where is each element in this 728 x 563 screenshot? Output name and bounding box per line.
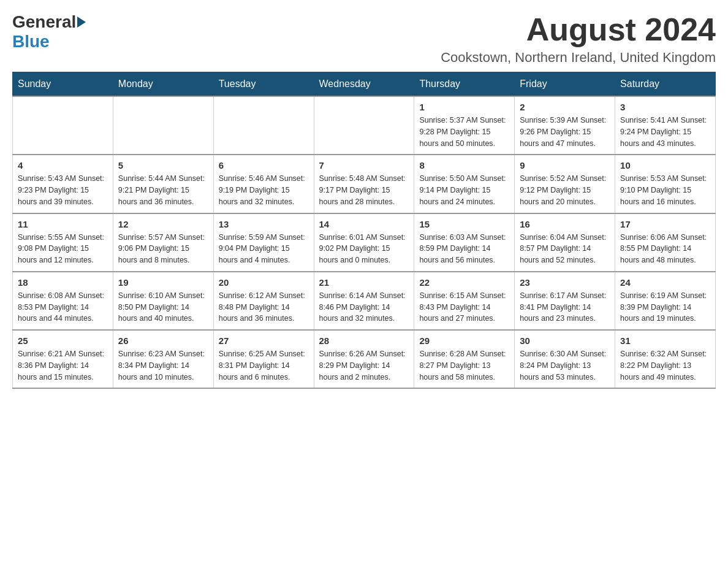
day-number: 31 [620,335,710,346]
calendar-cell: 27Sunrise: 6:25 AM Sunset: 8:31 PM Dayli… [213,330,314,388]
day-info: Sunrise: 5:52 AM Sunset: 9:12 PM Dayligh… [520,173,610,207]
calendar-cell: 24Sunrise: 6:19 AM Sunset: 8:39 PM Dayli… [615,272,716,330]
calendar-cell: 23Sunrise: 6:17 AM Sunset: 8:41 PM Dayli… [515,272,615,330]
calendar-cell [314,96,414,155]
calendar-header-saturday: Saturday [615,72,716,97]
day-number: 7 [319,160,409,170]
calendar-header-row: SundayMondayTuesdayWednesdayThursdayFrid… [13,72,716,97]
calendar-week-row: 25Sunrise: 6:21 AM Sunset: 8:36 PM Dayli… [13,330,716,388]
logo: General Blue [12,12,87,52]
day-number: 1 [419,102,509,112]
title-area: August 2024 Cookstown, Northern Ireland,… [441,12,716,66]
calendar-header-thursday: Thursday [414,72,515,97]
day-info: Sunrise: 6:23 AM Sunset: 8:34 PM Dayligh… [118,348,208,383]
day-number: 6 [219,160,309,170]
day-number: 27 [219,335,309,346]
day-info: Sunrise: 6:06 AM Sunset: 8:55 PM Dayligh… [620,232,710,266]
day-number: 14 [319,219,409,229]
logo-blue-label: Blue [12,32,50,52]
day-number: 4 [18,160,108,170]
day-info: Sunrise: 6:26 AM Sunset: 8:29 PM Dayligh… [319,348,409,383]
day-number: 13 [219,219,309,229]
calendar-cell: 20Sunrise: 6:12 AM Sunset: 8:48 PM Dayli… [213,272,314,330]
day-number: 5 [118,160,208,170]
calendar-cell: 21Sunrise: 6:14 AM Sunset: 8:46 PM Dayli… [314,272,414,330]
day-number: 23 [520,277,610,288]
calendar-week-row: 11Sunrise: 5:55 AM Sunset: 9:08 PM Dayli… [13,213,716,272]
day-number: 29 [419,335,509,346]
calendar-week-row: 18Sunrise: 6:08 AM Sunset: 8:53 PM Dayli… [13,272,716,330]
day-info: Sunrise: 5:46 AM Sunset: 9:19 PM Dayligh… [219,173,309,207]
day-info: Sunrise: 6:01 AM Sunset: 9:02 PM Dayligh… [319,232,409,266]
calendar-header-sunday: Sunday [13,72,113,97]
day-number: 20 [219,277,309,288]
day-info: Sunrise: 6:19 AM Sunset: 8:39 PM Dayligh… [620,290,710,324]
location-subtitle: Cookstown, Northern Ireland, United King… [441,50,716,66]
calendar-cell: 26Sunrise: 6:23 AM Sunset: 8:34 PM Dayli… [113,330,213,388]
day-info: Sunrise: 6:03 AM Sunset: 8:59 PM Dayligh… [419,232,509,266]
calendar-cell [113,96,213,155]
calendar-cell: 19Sunrise: 6:10 AM Sunset: 8:50 PM Dayli… [113,272,213,330]
calendar-header-tuesday: Tuesday [213,72,314,97]
day-number: 21 [319,277,409,288]
day-number: 10 [620,160,710,170]
calendar-header-monday: Monday [113,72,213,97]
calendar-cell [13,96,113,155]
calendar-cell: 28Sunrise: 6:26 AM Sunset: 8:29 PM Dayli… [314,330,414,388]
day-number: 26 [118,335,208,346]
calendar-week-row: 4Sunrise: 5:43 AM Sunset: 9:23 PM Daylig… [13,155,716,213]
day-info: Sunrise: 6:04 AM Sunset: 8:57 PM Dayligh… [520,232,610,266]
calendar-cell: 8Sunrise: 5:50 AM Sunset: 9:14 PM Daylig… [414,155,515,213]
calendar-cell: 5Sunrise: 5:44 AM Sunset: 9:21 PM Daylig… [113,155,213,213]
day-info: Sunrise: 5:41 AM Sunset: 9:24 PM Dayligh… [620,115,710,149]
day-number: 2 [520,102,610,112]
day-number: 19 [118,277,208,288]
day-info: Sunrise: 6:25 AM Sunset: 8:31 PM Dayligh… [219,348,309,383]
day-info: Sunrise: 5:48 AM Sunset: 9:17 PM Dayligh… [319,173,409,207]
day-info: Sunrise: 6:14 AM Sunset: 8:46 PM Dayligh… [319,290,409,324]
day-info: Sunrise: 6:12 AM Sunset: 8:48 PM Dayligh… [219,290,309,324]
day-info: Sunrise: 5:37 AM Sunset: 9:28 PM Dayligh… [419,115,509,149]
calendar-cell: 31Sunrise: 6:32 AM Sunset: 8:22 PM Dayli… [615,330,716,388]
day-info: Sunrise: 5:50 AM Sunset: 9:14 PM Dayligh… [419,173,509,207]
day-number: 3 [620,102,710,112]
calendar-cell: 25Sunrise: 6:21 AM Sunset: 8:36 PM Dayli… [13,330,113,388]
day-info: Sunrise: 5:39 AM Sunset: 9:26 PM Dayligh… [520,115,610,149]
day-number: 17 [620,219,710,229]
day-info: Sunrise: 6:17 AM Sunset: 8:41 PM Dayligh… [520,290,610,324]
day-info: Sunrise: 6:28 AM Sunset: 8:27 PM Dayligh… [419,348,509,383]
logo-general-label: General [12,12,76,32]
calendar-cell: 1Sunrise: 5:37 AM Sunset: 9:28 PM Daylig… [414,96,515,155]
day-number: 18 [18,277,108,288]
logo-general-text: General [12,12,87,32]
calendar-cell [213,96,314,155]
day-info: Sunrise: 5:55 AM Sunset: 9:08 PM Dayligh… [18,232,108,266]
calendar-cell: 17Sunrise: 6:06 AM Sunset: 8:55 PM Dayli… [615,213,716,272]
day-number: 28 [319,335,409,346]
calendar-cell: 6Sunrise: 5:46 AM Sunset: 9:19 PM Daylig… [213,155,314,213]
calendar-cell: 13Sunrise: 5:59 AM Sunset: 9:04 PM Dayli… [213,213,314,272]
day-info: Sunrise: 6:30 AM Sunset: 8:24 PM Dayligh… [520,348,610,383]
calendar-week-row: 1Sunrise: 5:37 AM Sunset: 9:28 PM Daylig… [13,96,716,155]
day-info: Sunrise: 5:53 AM Sunset: 9:10 PM Dayligh… [620,173,710,207]
calendar-cell: 11Sunrise: 5:55 AM Sunset: 9:08 PM Dayli… [13,213,113,272]
day-info: Sunrise: 5:44 AM Sunset: 9:21 PM Dayligh… [118,173,208,207]
day-info: Sunrise: 6:10 AM Sunset: 8:50 PM Dayligh… [118,290,208,324]
calendar-cell: 4Sunrise: 5:43 AM Sunset: 9:23 PM Daylig… [13,155,113,213]
calendar-cell: 3Sunrise: 5:41 AM Sunset: 9:24 PM Daylig… [615,96,716,155]
day-number: 11 [18,219,108,229]
calendar-cell: 9Sunrise: 5:52 AM Sunset: 9:12 PM Daylig… [515,155,615,213]
day-info: Sunrise: 6:08 AM Sunset: 8:53 PM Dayligh… [18,290,108,324]
calendar-header-wednesday: Wednesday [314,72,414,97]
day-info: Sunrise: 5:43 AM Sunset: 9:23 PM Dayligh… [18,173,108,207]
month-title: August 2024 [441,12,716,47]
day-number: 15 [419,219,509,229]
day-number: 12 [118,219,208,229]
day-info: Sunrise: 5:59 AM Sunset: 9:04 PM Dayligh… [219,232,309,266]
calendar-cell: 30Sunrise: 6:30 AM Sunset: 8:24 PM Dayli… [515,330,615,388]
calendar-cell: 15Sunrise: 6:03 AM Sunset: 8:59 PM Dayli… [414,213,515,272]
day-number: 24 [620,277,710,288]
day-number: 22 [419,277,509,288]
day-info: Sunrise: 6:32 AM Sunset: 8:22 PM Dayligh… [620,348,710,383]
day-number: 8 [419,160,509,170]
